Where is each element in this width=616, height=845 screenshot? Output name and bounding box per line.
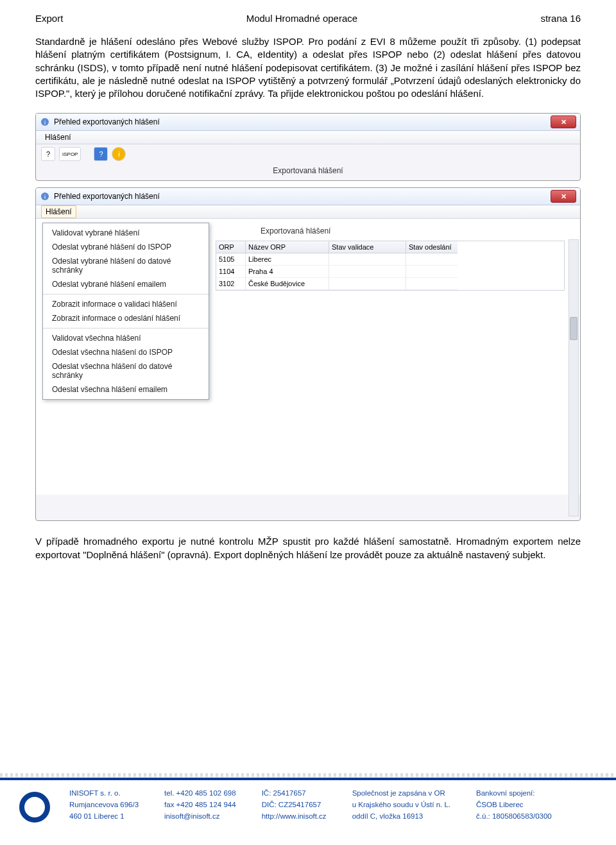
footer-col-ids: IČ: 25417657 DIČ: CZ25417657 http://www.… bbox=[262, 789, 327, 824]
close-button[interactable]: ✕ bbox=[551, 115, 576, 128]
mi-send-selected-email[interactable]: Odeslat vybrané hlášení emailem bbox=[43, 277, 209, 291]
page-header: Export Modul Hromadné operace strana 16 bbox=[35, 13, 581, 24]
app-icon: i bbox=[40, 117, 50, 127]
section-subtitle: Exportovaná hlášení bbox=[216, 224, 580, 241]
close-icon: ✕ bbox=[561, 192, 567, 201]
window-export-overview-2: i Přehled exportovaných hlášení ✕ Hlášen… bbox=[35, 187, 581, 521]
section-subtitle: Exportovaná hlášení bbox=[36, 164, 580, 180]
titlebar: i Přehled exportovaných hlášení ✕ bbox=[36, 114, 580, 131]
menu-item-hlaseni[interactable]: Hlášení bbox=[41, 132, 75, 143]
col-stav-validace[interactable]: Stav validace bbox=[329, 241, 406, 253]
menubar: Hlášení bbox=[36, 131, 580, 144]
col-orp[interactable]: ORP bbox=[216, 241, 246, 253]
footer-col-registry: Společnost je zapsána v OR u Krajského s… bbox=[352, 789, 450, 824]
table-row[interactable]: 1104 Praha 4 bbox=[216, 266, 564, 278]
mi-send-all-ispop[interactable]: Odeslat všechna hlášení do ISPOP bbox=[43, 345, 209, 359]
mi-send-selected-ispop[interactable]: Odeslat vybrané hlášení do ISPOP bbox=[43, 240, 209, 254]
header-left: Export bbox=[35, 13, 63, 24]
window-export-overview-1: i Přehled exportovaných hlášení ✕ Hlášen… bbox=[35, 113, 581, 181]
grid-header-row: ORP Název ORP Stav validace Stav odeslán… bbox=[216, 241, 564, 253]
close-icon: ✕ bbox=[561, 118, 567, 126]
app-icon: i bbox=[40, 191, 50, 201]
col-nazev-orp[interactable]: Název ORP bbox=[246, 241, 329, 253]
header-right: strana 16 bbox=[540, 13, 581, 24]
ispop-icon[interactable]: ISPOP bbox=[59, 147, 81, 161]
footer-divider bbox=[0, 773, 616, 777]
context-menu: Validovat vybrané hlášení Odeslat vybran… bbox=[42, 223, 209, 400]
info-box-icon[interactable]: ? bbox=[94, 147, 108, 161]
mi-show-validation-info[interactable]: Zobrazit informace o validaci hlášení bbox=[43, 297, 209, 311]
titlebar: i Přehled exportovaných hlášení ✕ bbox=[36, 188, 580, 205]
mi-send-selected-ds[interactable]: Odeslat vybrané hlášení do datové schrán… bbox=[43, 254, 209, 277]
page-footer: INISOFT s. r. o. Rumjancevova 696/3 460 … bbox=[0, 773, 616, 845]
data-grid[interactable]: ORP Název ORP Stav validace Stav odeslán… bbox=[216, 241, 565, 291]
company-logo-icon bbox=[19, 792, 50, 823]
mi-validate-all[interactable]: Validovat všechna hlášení bbox=[43, 331, 209, 345]
info-round-icon[interactable]: i bbox=[112, 147, 126, 161]
toolbar: ? ISPOP ? i bbox=[36, 144, 580, 164]
table-row[interactable]: 5105 Liberec bbox=[216, 253, 564, 266]
footer-col-address: INISOFT s. r. o. Rumjancevova 696/3 460 … bbox=[69, 789, 139, 824]
svg-text:i: i bbox=[44, 194, 46, 200]
mi-validate-selected[interactable]: Validovat vybrané hlášení bbox=[43, 226, 209, 240]
table-row[interactable]: 3102 České Budějovice bbox=[216, 278, 564, 290]
footer-col-contact: tel. +420 485 102 698 fax +420 485 124 9… bbox=[164, 789, 236, 824]
body-paragraph-2: V případě hromadného exportu je nutné ko… bbox=[35, 535, 581, 561]
window-title: Přehled exportovaných hlášení bbox=[54, 192, 160, 201]
body-paragraph-1: Standardně je hlášení odesláno přes Webo… bbox=[35, 35, 581, 100]
col-stav-odeslani[interactable]: Stav odeslání bbox=[406, 241, 458, 253]
mi-show-send-info[interactable]: Zobrazit informace o odeslání hlášení bbox=[43, 311, 209, 325]
help-icon[interactable]: ? bbox=[41, 147, 55, 161]
scrollbar-thumb[interactable] bbox=[570, 317, 578, 340]
menubar: Hlášení bbox=[36, 205, 580, 219]
header-center: Modul Hromadné operace bbox=[246, 13, 357, 24]
vertical-scrollbar[interactable] bbox=[569, 239, 579, 516]
close-button[interactable]: ✕ bbox=[551, 190, 576, 203]
mi-send-all-email[interactable]: Odeslat všechna hlášení emailem bbox=[43, 382, 209, 397]
footer-col-bank: Bankovní spojení: ČSOB Liberec č.ú.: 180… bbox=[476, 789, 552, 824]
svg-text:i: i bbox=[44, 119, 46, 126]
menu-item-hlaseni[interactable]: Hlášení bbox=[41, 205, 76, 218]
window-title: Přehled exportovaných hlášení bbox=[54, 117, 160, 126]
mi-send-all-ds[interactable]: Odeslat všechna hlášení do datové schrán… bbox=[43, 359, 209, 382]
